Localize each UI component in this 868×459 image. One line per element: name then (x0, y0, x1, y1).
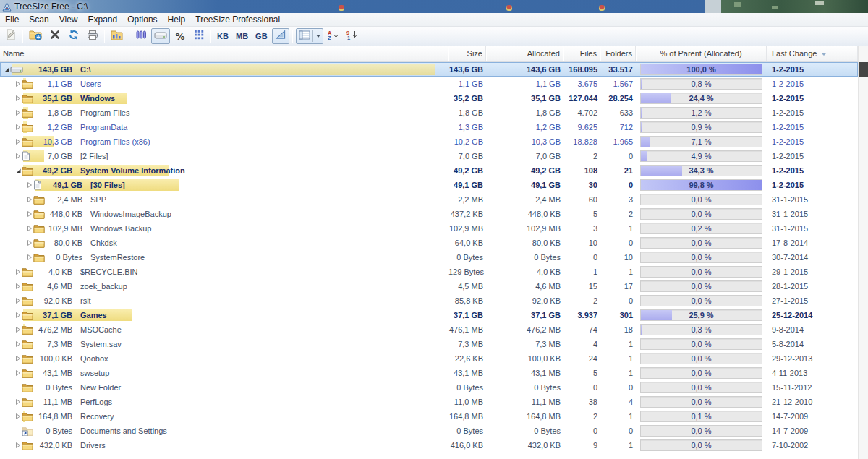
expand-arrow-icon[interactable] (26, 239, 33, 246)
item-name-label: New Folder (80, 380, 121, 395)
expand-arrow-icon[interactable] (14, 268, 22, 275)
unit-kb-button[interactable]: KB (214, 28, 231, 44)
table-row-chkdsk[interactable]: 80,0 KBChkdsk64,0 KB80,0 KB1000,0 %17-8-… (0, 236, 858, 250)
table-row-c-[interactable]: 143,6 GBC:\143,6 GB143,6 GB168.09533.517… (0, 62, 858, 77)
table-row-program-files-x86-[interactable]: 10,3 GBProgram Files (x86)10,2 GB10,3 GB… (0, 134, 858, 149)
menu-item-expand[interactable]: Expand (83, 13, 123, 26)
sort-91-button[interactable]: 91 (344, 28, 361, 44)
table-row-perflogs[interactable]: 11,1 MBPerfLogs11,0 MB11,1 MB3840,0 %21-… (0, 395, 858, 409)
unit-gb-button[interactable]: GB (252, 28, 271, 44)
percent-label: 25,9 % (641, 310, 762, 320)
expand-arrow-icon[interactable] (26, 254, 33, 261)
expand-arrow-icon[interactable] (14, 153, 22, 160)
menu-item-file[interactable]: File (0, 13, 24, 26)
column-header-files[interactable]: Files (563, 46, 600, 61)
table-row-drivers[interactable]: 432,0 KBDrivers416,0 KB432,0 KB910,0 %7-… (0, 438, 858, 452)
expand-arrow-icon[interactable] (26, 181, 33, 189)
report-button[interactable] (2, 28, 20, 44)
table-row-windows-backup[interactable]: 102,9 MBWindows Backup102,9 MB102,9 MB31… (0, 221, 858, 236)
column-header-last-change[interactable]: Last Change (767, 46, 858, 61)
table-row-recovery[interactable]: 164,8 MBRecovery164,8 MB164,8 MB210,1 %1… (0, 409, 858, 424)
column-header-allocated[interactable]: Allocated (486, 46, 563, 61)
column-header-folders[interactable]: Folders (600, 46, 636, 61)
menu-item-scan[interactable]: Scan (24, 13, 54, 26)
menu-item-view[interactable]: View (54, 13, 83, 26)
table-row-new-folder[interactable]: 0 BytesNew Folder0 Bytes0 Bytes000,0 %15… (0, 380, 858, 395)
expand-arrow-icon[interactable] (14, 398, 22, 406)
percent-button[interactable]: % (171, 28, 189, 44)
item-name-label: System.sav (80, 337, 122, 351)
table-row-documents-and-settings[interactable]: 0 BytesDocuments and Settings0 Bytes0 By… (0, 424, 858, 438)
table-row-system-sav[interactable]: 7,3 MBSystem.sav7,3 MB7,3 MB410,0 %5-8-2… (0, 337, 858, 351)
table-row-systemrestore[interactable]: 0 BytesSystemRestore0 Bytes0 Bytes0100,0… (0, 250, 858, 265)
details-grid-button[interactable] (190, 28, 208, 44)
vertical-scrollbar[interactable] (858, 46, 868, 459)
column-header-percent-of-parent[interactable]: % of Parent (Allocated) (636, 46, 767, 61)
last-change-cell: 31-1-2015 (767, 192, 858, 207)
table-row-users[interactable]: 1,1 GBUsers1,1 GB1,1 GB3.6751.5670,8 %1-… (0, 77, 858, 91)
table-row-system-volume-information[interactable]: 49,2 GBSystem Volume Information49,2 GB4… (0, 163, 858, 178)
columns-view-dropdown[interactable] (296, 28, 323, 44)
expand-arrow-icon[interactable] (14, 340, 22, 348)
percent-of-parent-cell: 7,1 % (636, 134, 767, 149)
menu-item-options[interactable]: Options (122, 13, 162, 26)
unit-mb-button[interactable]: MB (233, 28, 251, 44)
drive-view-button[interactable] (151, 28, 170, 44)
table-row-windowsimagebackup[interactable]: 448,0 KBWindowsImageBackup437,2 KB448,0 … (0, 207, 858, 221)
table-row--2-files-[interactable]: 7,0 GB[2 Files]7,0 GB7,0 GB204,9 %1-2-20… (0, 149, 858, 163)
expand-arrow-icon[interactable] (14, 283, 22, 290)
table-row--30-files-[interactable]: 49,1 GB[30 Files]49,1 GB49,1 GB30099,8 %… (0, 178, 858, 192)
column-header-name[interactable]: Name (0, 46, 448, 61)
menu-item-help[interactable]: Help (163, 13, 191, 26)
scan-folder-button[interactable] (26, 28, 45, 44)
name-size-label: 92,0 KB (35, 293, 72, 308)
scrollbar-thumb[interactable] (859, 62, 868, 77)
expand-arrow-icon[interactable] (14, 312, 22, 319)
expand-arrow-icon[interactable] (14, 369, 22, 377)
title-bar[interactable]: TreeSize Free - C:\ (0, 0, 868, 13)
expand-arrow-icon[interactable] (14, 95, 22, 102)
table-row-games[interactable]: 37,1 GBGames37,1 GB37,1 GB3.93730125,9 %… (0, 308, 858, 322)
table-row-spp[interactable]: 2,4 MBSPP2,2 MB2,4 MB6030,0 %31-1-2015 (0, 192, 858, 207)
toolbar-separator (129, 30, 129, 43)
last-change-cell: 29-12-2013 (767, 351, 858, 366)
last-change-cell: 31-1-2015 (767, 207, 858, 221)
stop-button[interactable] (46, 28, 64, 44)
item-name-label: Chkdsk (90, 236, 117, 250)
table-row-zoek-backup[interactable]: 4,6 MBzoek_backup4,5 MB4,6 MB15170,0 %28… (0, 279, 858, 293)
table-row-swsetup[interactable]: 43,1 MBswsetup43,1 MB43,1 MB510,0 %4-11-… (0, 366, 858, 380)
expand-arrow-icon[interactable] (14, 442, 22, 449)
expand-arrow-icon[interactable] (14, 80, 22, 87)
item-name-label: Program Files (80, 106, 129, 120)
collapse-arrow-icon[interactable] (14, 168, 22, 174)
chart-triangle-button[interactable] (272, 28, 289, 44)
expand-arrow-icon[interactable] (14, 355, 22, 362)
menu-item-treesize-professional[interactable]: TreeSize Professional (190, 13, 285, 26)
expand-arrow-icon[interactable] (14, 413, 22, 420)
expand-arrow-icon[interactable] (14, 297, 22, 304)
print-button[interactable] (84, 28, 101, 44)
expand-arrow-icon[interactable] (26, 196, 33, 203)
expand-arrow-icon[interactable] (14, 124, 22, 131)
refresh-button[interactable] (65, 28, 82, 44)
name-cell: 37,1 GBGames (0, 308, 448, 322)
expand-arrow-icon[interactable] (14, 138, 22, 145)
collapse-arrow-icon[interactable] (3, 67, 10, 73)
table-row-windows[interactable]: 35,1 GBWindows35,2 GB35,1 GB127.04428.25… (0, 91, 858, 106)
table-row-qoobox[interactable]: 100,0 KBQoobox22,6 KB100,0 KB2410,0 %29-… (0, 351, 858, 366)
expand-arrow-icon[interactable] (26, 225, 33, 232)
expand-arrow-icon[interactable] (26, 210, 33, 218)
expand-arrow-icon[interactable] (14, 109, 22, 116)
file-ages-button[interactable] (108, 28, 126, 44)
report-icon (5, 29, 17, 43)
table-row-msocache[interactable]: 476,2 MBMSOCache476,1 MB476,2 MB74180,3 … (0, 322, 858, 337)
sort-az-button[interactable]: AZ (325, 28, 342, 44)
table-row-program-files[interactable]: 1,8 GBProgram Files1,8 GB1,8 GB4.7026331… (0, 106, 858, 120)
table-row--recycle-bin[interactable]: 4,0 KB$RECYCLE.BIN129 Bytes4,0 KB110,0 %… (0, 265, 858, 279)
column-header-size[interactable]: Size (448, 46, 486, 61)
expand-arrow-icon[interactable] (14, 326, 22, 333)
bar-chart-button[interactable] (132, 28, 150, 44)
table-row-rsit[interactable]: 92,0 KBrsit85,8 KB92,0 KB200,0 %27-1-201… (0, 293, 858, 308)
directory-tree-table: 143,6 GBC:\143,6 GB143,6 GB168.09533.517… (0, 62, 858, 452)
table-row-programdata[interactable]: 1,2 GBProgramData1,3 GB1,2 GB9.6257120,9… (0, 120, 858, 134)
